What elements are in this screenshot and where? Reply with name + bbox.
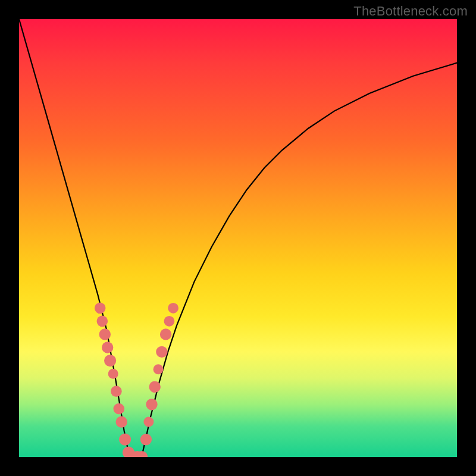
curve-marker [164, 316, 175, 327]
marker-group [95, 303, 178, 458]
curve-marker [108, 369, 118, 379]
curve-marker [102, 342, 113, 353]
curve-marker [168, 303, 178, 314]
watermark-text: TheBottleneck.com [353, 4, 468, 19]
curve-marker [146, 399, 157, 410]
curve-marker [119, 434, 131, 446]
curve-marker [116, 416, 127, 427]
plot-area [19, 19, 457, 457]
curve-marker [143, 417, 154, 427]
curve-marker [156, 346, 167, 358]
curve-marker [99, 328, 111, 340]
curve-marker [104, 355, 116, 367]
curve-marker [95, 303, 106, 314]
chart-frame: TheBottleneck.com [0, 0, 476, 476]
curve-marker [149, 381, 161, 393]
curve-marker [154, 364, 164, 374]
curve-marker [140, 434, 152, 445]
bottleneck-curve-svg [19, 19, 457, 457]
curve-marker [160, 328, 171, 340]
bottleneck-curve [19, 19, 457, 457]
curve-marker [111, 386, 122, 397]
curve-marker [114, 403, 125, 415]
curve-marker [97, 316, 108, 327]
